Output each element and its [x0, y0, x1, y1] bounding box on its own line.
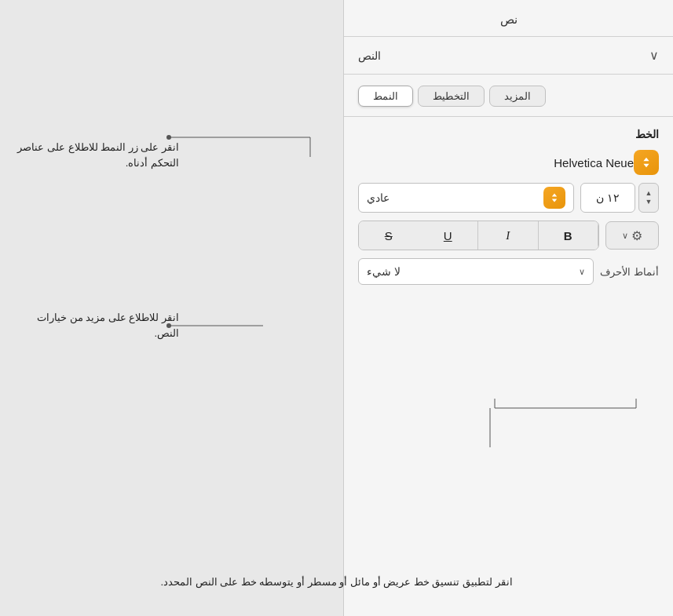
- char-styles-chevron-icon: ∨: [579, 267, 585, 277]
- italic-button[interactable]: I: [478, 221, 539, 250]
- middle-callout: انقر للاطلاع على مزيد من خيارات النص.: [14, 310, 179, 341]
- more-text-options-button[interactable]: ⚙ ∨: [605, 221, 659, 250]
- style-stepper[interactable]: [543, 187, 565, 209]
- middle-callout-arrow: [169, 314, 334, 345]
- font-size-group: ▲ ▼ ١٢ ن: [580, 183, 659, 213]
- svg-point-8: [166, 323, 171, 328]
- font-style-value: عادي: [367, 191, 390, 204]
- char-styles-label: أنماط الأحرف: [600, 266, 659, 278]
- gear-chevron-icon: ∨: [622, 231, 628, 241]
- bracket-to-bottom-line: [489, 408, 491, 447]
- svg-point-5: [166, 135, 171, 140]
- arrow-up-icon: ▲: [646, 190, 653, 197]
- dropdown-label: النص: [358, 49, 381, 62]
- top-callout-text: انقر على زر النمط للاطلاع على عناصر التح…: [14, 140, 179, 170]
- tab-more[interactable]: المزيد: [489, 86, 546, 107]
- font-name-row: Helvetica Neue: [344, 147, 673, 180]
- dropdown-chevron-icon: ∨: [649, 48, 659, 63]
- stepper-arrows-icon: [639, 155, 653, 169]
- svg-marker-3: [552, 199, 557, 202]
- tab-style[interactable]: النمط: [358, 86, 413, 107]
- strikethrough-button[interactable]: S: [359, 221, 419, 250]
- middle-callout-text: انقر للاطلاع على مزيد من خيارات النص.: [14, 310, 179, 341]
- underline-button[interactable]: U: [419, 221, 479, 250]
- text-dropdown-row[interactable]: ∨ النص: [344, 37, 673, 75]
- char-styles-row: أنماط الأحرف ∨ لا شيء: [344, 255, 673, 291]
- font-section-label: الخط: [344, 117, 673, 147]
- font-size-stepper[interactable]: ▲ ▼: [638, 183, 659, 213]
- font-size-style-row: ▲ ▼ ١٢ ن عادي: [344, 180, 673, 217]
- font-style-field[interactable]: عادي: [358, 183, 574, 213]
- font-picker-stepper[interactable]: [634, 150, 659, 175]
- panel-title: نص: [344, 0, 673, 37]
- tab-layout[interactable]: التخطيط: [418, 86, 485, 107]
- font-name-value: Helvetica Neue: [358, 156, 634, 169]
- top-callout-arrow: [169, 122, 334, 184]
- bottom-annotation-line1: انقر لتطبيق تنسيق خط عريض أو مائل أو مسط…: [160, 574, 512, 591]
- format-bracket-svg: [491, 399, 640, 414]
- char-styles-value: لا شيء: [367, 265, 401, 278]
- gear-icon: ⚙: [631, 228, 642, 243]
- arrow-down-icon: ▼: [646, 199, 653, 206]
- format-button-group: B I U S: [358, 221, 599, 250]
- tabs-container: المزيد التخطيط النمط: [344, 75, 673, 117]
- svg-marker-0: [643, 158, 649, 162]
- style-stepper-icon: [548, 191, 561, 204]
- bottom-annotation: انقر لتطبيق تنسيق خط عريض أو مائل أو مسط…: [160, 574, 512, 591]
- svg-marker-2: [552, 193, 557, 196]
- formatting-row: ⚙ ∨ B I U S: [344, 217, 673, 255]
- callouts-container: انقر على زر النمط للاطلاع على عناصر التح…: [0, 0, 330, 616]
- top-callout: انقر على زر النمط للاطلاع على عناصر التح…: [14, 140, 179, 170]
- bold-button[interactable]: B: [539, 221, 599, 250]
- text-panel: نص ∨ النص المزيد التخطيط النمط الخط Helv…: [343, 0, 673, 616]
- char-styles-dropdown[interactable]: ∨ لا شيء: [358, 258, 594, 285]
- svg-marker-1: [643, 164, 649, 168]
- font-size-field[interactable]: ١٢ ن: [580, 183, 635, 213]
